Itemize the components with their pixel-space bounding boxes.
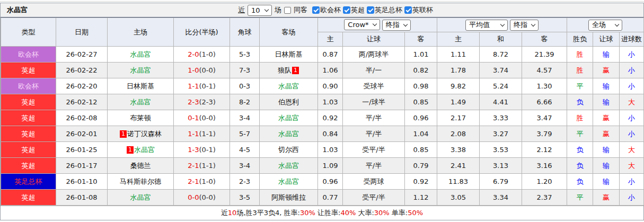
cell-home: 水晶宫 xyxy=(108,63,174,78)
cell-result-goals: 小 xyxy=(620,63,644,78)
recent-link[interactable]: 近 xyxy=(238,5,245,15)
team-name-link[interactable]: 马科斯菲尔德 xyxy=(120,177,161,185)
score-link[interactable]: 1-1 xyxy=(188,82,199,90)
cell-type: 英超 xyxy=(1,110,56,126)
cell-date: 26-01-25 xyxy=(56,142,108,158)
cell-result-handicap: 输 xyxy=(593,47,620,63)
cell-result-handicap: 输 xyxy=(593,142,620,158)
header-row-selects: 类型 日期 主场 比分(半场) 角球 客场 Crow* 终指 xyxy=(1,18,644,32)
cell-away: 水晶宫 xyxy=(260,78,318,94)
score-half: (1-1) xyxy=(199,130,215,138)
table-row: 英超26-02-08布莱顿0-1(0-0)3-4水晶宫0.92平/半0.962.… xyxy=(1,110,644,126)
cell-avg-home: 3.05 xyxy=(437,190,480,206)
filter-label-0: 欧会杯 xyxy=(320,5,341,15)
team-home: 水晶宫 xyxy=(130,98,151,106)
score-link[interactable]: 2-3 xyxy=(188,98,199,106)
team-name-link[interactable]: 桑德兰 xyxy=(130,162,151,170)
cell-away: 水晶宫 xyxy=(260,174,318,190)
cell-score: 0-0(0-0) xyxy=(174,190,230,206)
team-name-link[interactable]: 水晶宫 xyxy=(278,114,299,122)
score-link[interactable]: 2-0 xyxy=(188,50,199,58)
avg-source-select[interactable]: 平均值 xyxy=(465,20,508,31)
cell-type: 英超 xyxy=(1,190,56,206)
odds-source-select[interactable]: Crow* xyxy=(344,19,380,30)
odds-stage-select[interactable]: 终指 xyxy=(382,20,411,31)
avg-stage-select[interactable]: 终指 xyxy=(510,20,539,31)
score-half: (0-0) xyxy=(199,66,215,74)
score-link[interactable]: 2-1 xyxy=(188,177,199,185)
filter-checkbox-1[interactable] xyxy=(343,6,350,14)
cell-odds-handicap: 半/一 xyxy=(343,63,405,78)
cell-score: 2-3(2-3) xyxy=(174,94,230,110)
cell-score: 0-1(0-0) xyxy=(174,110,230,126)
team-name-link[interactable]: 水晶宫 xyxy=(130,98,151,106)
team-away: 水晶宫 xyxy=(278,114,299,122)
cell-away: 水晶宫 xyxy=(260,126,318,142)
recent-count-select[interactable]: 10 xyxy=(248,5,272,16)
same-venue-checkbox[interactable] xyxy=(284,7,291,14)
score-link[interactable]: 1-3 xyxy=(188,146,199,154)
cell-corner: 0-3 xyxy=(230,78,260,94)
table-row: 英足总杯26-01-10马科斯菲尔德2-1(1-0)2-3水晶宫0.96受两球0… xyxy=(1,174,644,190)
scope-select[interactable]: 全场 xyxy=(588,20,622,31)
filter-label-1: 英超 xyxy=(351,5,365,15)
team-away: 阿斯顿维拉 xyxy=(271,193,306,201)
team-name-link[interactable]: 日林斯基 xyxy=(275,50,303,58)
cell-result-wdl: 平 xyxy=(567,78,593,94)
cell-avg-draw: 3.53 xyxy=(480,142,522,158)
sub-header-odds-home: 主 xyxy=(318,32,343,47)
score-link[interactable]: 0-1 xyxy=(188,114,199,122)
team-name-link[interactable]: 日林斯基 xyxy=(127,82,154,90)
cell-result-wdl: 负 xyxy=(567,142,593,158)
summary-segment-4: 让胜率: xyxy=(315,209,341,217)
sub-header-odds-away: 客 xyxy=(405,32,437,47)
cell-avg-home: 2.17 xyxy=(437,110,480,126)
cell-score: 1-3(0-1) xyxy=(174,142,230,158)
cell-avg-home: 1.11 xyxy=(437,47,480,63)
sub-header-avg-away: 客 xyxy=(522,32,567,47)
team-name-link[interactable]: 水晶宫 xyxy=(134,146,155,154)
cell-avg-away: 4.57 xyxy=(522,63,567,78)
cell-avg-away: 2.12 xyxy=(522,142,567,158)
cell-home: 桑德兰 xyxy=(108,158,174,174)
team-name-link[interactable]: 切尔西 xyxy=(278,146,299,154)
team-name-link[interactable]: 水晶宫 xyxy=(130,50,151,58)
cell-odds-home: 1.03 xyxy=(318,94,343,110)
cell-avg-draw: 3.33 xyxy=(480,110,522,126)
team-name-link[interactable]: 狼队 xyxy=(278,66,292,74)
team-name-link[interactable]: 水晶宫 xyxy=(130,66,151,74)
score-link[interactable]: 0-0 xyxy=(188,193,199,201)
cell-corner: 2-3 xyxy=(230,174,260,190)
team-home: 1水晶宫 xyxy=(126,146,155,154)
team-name-link[interactable]: 水晶宫 xyxy=(278,82,299,90)
filter-checkbox-0[interactable] xyxy=(312,6,320,14)
team-name-link[interactable]: 水晶宫 xyxy=(278,130,299,138)
cell-home: 水晶宫 xyxy=(108,190,174,206)
team-name-link[interactable]: 阿斯顿维拉 xyxy=(271,193,306,201)
score-link[interactable]: 2-1 xyxy=(188,162,199,170)
team-away: 水晶宫 xyxy=(278,177,299,185)
cell-odds-handicap: 两/两球半 xyxy=(343,47,405,63)
team-name-link[interactable]: 诺丁汉森林 xyxy=(127,130,162,138)
summary-segment-7: 30% xyxy=(374,209,390,217)
cell-odds-home: 1.06 xyxy=(318,63,343,78)
filter-checkbox-3[interactable] xyxy=(404,6,412,14)
team-name-link[interactable]: 布莱顿 xyxy=(130,114,151,122)
filter-checkbox-2[interactable] xyxy=(367,6,374,14)
score-link[interactable]: 1-0 xyxy=(188,66,199,74)
team-name-link[interactable]: 水晶宫 xyxy=(130,193,151,201)
cell-avg-away: 3.47 xyxy=(522,110,567,126)
score-link[interactable]: 1-1 xyxy=(188,130,199,138)
team-name-link[interactable]: 水晶宫 xyxy=(278,177,299,185)
cell-away: 伯恩利 xyxy=(260,94,318,110)
cell-result-goals: 小 xyxy=(620,78,644,94)
team-name-link[interactable]: 水晶宫 xyxy=(278,162,299,170)
col-header-type: 类型 xyxy=(1,18,56,47)
cell-odds-handicap: 平/半 xyxy=(343,110,405,126)
team-home: 布莱顿 xyxy=(130,114,151,122)
cell-corner: 7-3 xyxy=(230,63,260,78)
team-name-link[interactable]: 伯恩利 xyxy=(278,98,299,106)
card-badge: 1 xyxy=(120,130,127,138)
summary-segment-9: 50% xyxy=(408,209,423,217)
cell-type: 英超 xyxy=(1,142,56,158)
